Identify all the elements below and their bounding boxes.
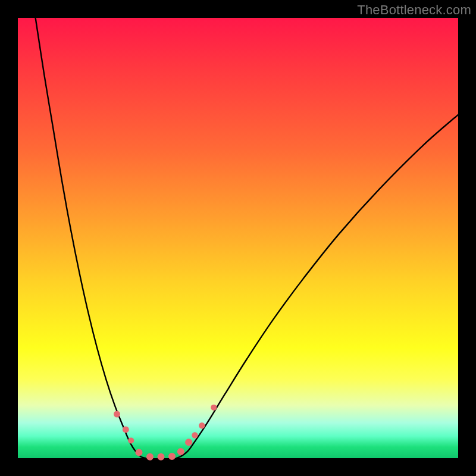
data-marker	[114, 411, 120, 418]
data-marker	[177, 448, 184, 455]
data-marker	[136, 449, 143, 456]
data-marker	[199, 422, 205, 428]
data-marker	[168, 453, 176, 460]
right-curve	[176, 115, 458, 458]
data-marker	[128, 437, 134, 443]
data-marker	[211, 405, 217, 411]
curve-group	[36, 18, 458, 458]
chart-svg	[18, 18, 458, 458]
data-marker	[192, 432, 198, 438]
chart-stage: TheBottleneck.com	[0, 0, 476, 476]
left-curve	[36, 18, 146, 458]
plot-area	[18, 18, 458, 458]
data-marker	[158, 453, 165, 461]
data-marker	[123, 426, 129, 433]
data-marker	[146, 453, 154, 461]
data-marker	[185, 439, 192, 446]
watermark-label: TheBottleneck.com	[357, 2, 471, 18]
